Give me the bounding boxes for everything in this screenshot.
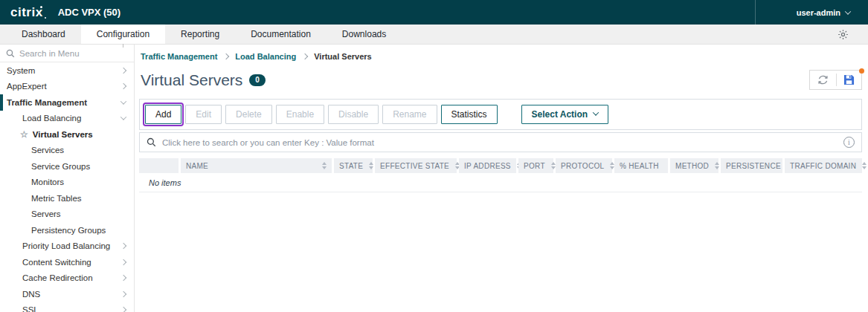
tab-label: Documentation [251, 29, 311, 39]
select-action-label: Select Action [532, 109, 588, 120]
sidebar-item-label: Services [31, 146, 64, 155]
sidebar-item-label: AppExpert [7, 82, 47, 91]
header-divider [755, 0, 756, 25]
sidebar-item-load-balancing[interactable]: Load Balancing [0, 111, 134, 127]
enable-button[interactable]: Enable [276, 105, 324, 124]
logo-trademark-dot [45, 17, 46, 19]
sidebar-item-ssl[interactable]: SSL [0, 302, 134, 312]
tab-reporting[interactable]: Reporting [165, 25, 235, 44]
count-badge: 0 [249, 74, 266, 86]
column-header--health: % HEALTH [614, 158, 668, 173]
chevron-down-icon [593, 109, 599, 115]
select-action-dropdown[interactable]: Select Action [521, 105, 609, 124]
sidebar-item-label: Persistency Groups [31, 226, 106, 235]
tab-label: Dashboard [22, 29, 65, 39]
column-header-traffic-domain[interactable]: TRAFFIC DOMAIN [785, 158, 862, 173]
sidebar: System AppExpert Traffic Management Load… [0, 45, 135, 312]
sidebar-item-label: Traffic Management [7, 98, 87, 107]
table-empty-message: No items [139, 173, 862, 192]
info-icon[interactable]: i [843, 137, 855, 148]
column-header-port[interactable]: PORT [518, 158, 553, 173]
nav-bar: Dashboard Configuration Reporting Docume… [0, 25, 868, 45]
sidebar-item-label: Virtual Servers [33, 130, 93, 139]
breadcrumb-current: Virtual Servers [314, 52, 371, 61]
breadcrumb: Traffic Management Load Balancing Virtua… [141, 52, 862, 61]
refresh-icon[interactable] [810, 71, 836, 89]
column-header-persistence[interactable]: PERSISTENCE [721, 158, 782, 173]
column-header-method[interactable]: METHOD [670, 158, 718, 173]
tab-configuration[interactable]: Configuration [81, 25, 165, 44]
breadcrumb-link-load-balancing[interactable]: Load Balancing [235, 52, 296, 61]
table-header-row: NAMESTATEEFFECTIVE STATEIP ADDRESSPORTPR… [139, 158, 862, 173]
sort-arrows-icon[interactable] [316, 162, 327, 169]
user-menu-label: user-admin [797, 8, 840, 17]
user-menu[interactable]: user-admin [797, 8, 858, 17]
sidebar-item-appexpert[interactable]: AppExpert [0, 79, 134, 95]
column-label: IP ADDRESS [464, 162, 511, 170]
column-header-protocol[interactable]: PROTOCOL [556, 158, 612, 173]
edit-button[interactable]: Edit [185, 105, 222, 124]
sidebar-item-metric-tables[interactable]: Metric Tables [0, 190, 134, 207]
rename-button[interactable]: Rename [382, 105, 437, 124]
sidebar-item-label: Cache Redirection [22, 273, 93, 282]
chevron-down-icon [120, 98, 126, 104]
disable-button[interactable]: Disable [328, 105, 379, 124]
chevron-down-icon [120, 114, 126, 120]
column-header-effective-state[interactable]: EFFECTIVE STATE [375, 158, 457, 173]
sidebar-search[interactable] [0, 45, 134, 62]
chevron-down-icon [845, 8, 851, 14]
sidebar-item-content-switching[interactable]: Content Switching [0, 254, 134, 270]
chevron-right-icon [120, 83, 126, 89]
sort-arrows-icon[interactable] [856, 162, 867, 169]
sidebar-item-system[interactable]: System [0, 62, 134, 79]
breadcrumb-link-traffic-management[interactable]: Traffic Management [141, 52, 217, 61]
add-button[interactable]: Add [145, 105, 181, 124]
sidebar-item-label: Servers [31, 209, 61, 218]
table-search-bar[interactable]: i [139, 132, 862, 152]
tab-documentation[interactable]: Documentation [235, 25, 327, 44]
statistics-button[interactable]: Statistics [441, 105, 498, 124]
tab-label: Downloads [342, 29, 386, 39]
save-icon[interactable] [837, 71, 861, 89]
tab-label: Reporting [181, 29, 219, 39]
sidebar-item-services[interactable]: Services [0, 143, 134, 159]
sidebar-item-cache-redirection[interactable]: Cache Redirection [0, 270, 134, 287]
column-header-name[interactable]: NAME [181, 158, 332, 173]
sidebar-search-input[interactable] [19, 49, 116, 58]
sidebar-item-dns[interactable]: DNS [0, 286, 134, 302]
chevron-right-icon [120, 307, 126, 312]
sidebar-item-persistency-groups[interactable]: Persistency Groups [0, 222, 134, 238]
sidebar-item-priority-load-balancing[interactable]: Priority Load Balancing [0, 238, 134, 255]
app-header: citrix ADC VPX (50) user-admin [0, 0, 868, 25]
sidebar-item-label: Content Switching [22, 258, 91, 267]
column-header-ip-address[interactable]: IP ADDRESS [459, 158, 516, 173]
sort-arrows-icon[interactable] [604, 162, 614, 169]
sort-arrows-icon[interactable] [545, 162, 556, 169]
chevron-right-icon [120, 275, 126, 281]
sidebar-item-monitors[interactable]: Monitors [0, 175, 134, 191]
breadcrumb-separator-icon [223, 53, 229, 59]
gear-icon[interactable] [838, 25, 849, 44]
chevron-right-icon [120, 291, 126, 297]
app-title: ADC VPX (50) [58, 7, 121, 18]
column-label: METHOD [675, 162, 709, 170]
citrix-logo: citrix [10, 5, 43, 20]
sort-arrows-icon[interactable] [363, 162, 373, 169]
sidebar-item-label: Service Groups [31, 162, 90, 171]
sidebar-item-service-groups[interactable]: Service Groups [0, 158, 134, 175]
sort-arrows-icon[interactable] [449, 162, 460, 169]
delete-button[interactable]: Delete [225, 105, 272, 124]
sidebar-item-label: Monitors [31, 178, 64, 186]
tab-downloads[interactable]: Downloads [327, 25, 402, 44]
table-search-input[interactable] [162, 138, 838, 147]
sidebar-item-traffic-management[interactable]: Traffic Management [0, 94, 134, 111]
column-header-state[interactable]: STATE [334, 158, 373, 173]
tab-dashboard[interactable]: Dashboard [6, 25, 81, 44]
column-label: TRAFFIC DOMAIN [790, 162, 856, 170]
search-icon [147, 137, 156, 147]
sort-arrows-icon[interactable] [709, 162, 719, 169]
star-icon: ☆ [20, 129, 28, 140]
sidebar-item-servers[interactable]: Servers [0, 207, 134, 223]
sidebar-item-virtual-servers[interactable]: ☆Virtual Servers [0, 126, 134, 143]
column-label: PROTOCOL [561, 162, 604, 170]
